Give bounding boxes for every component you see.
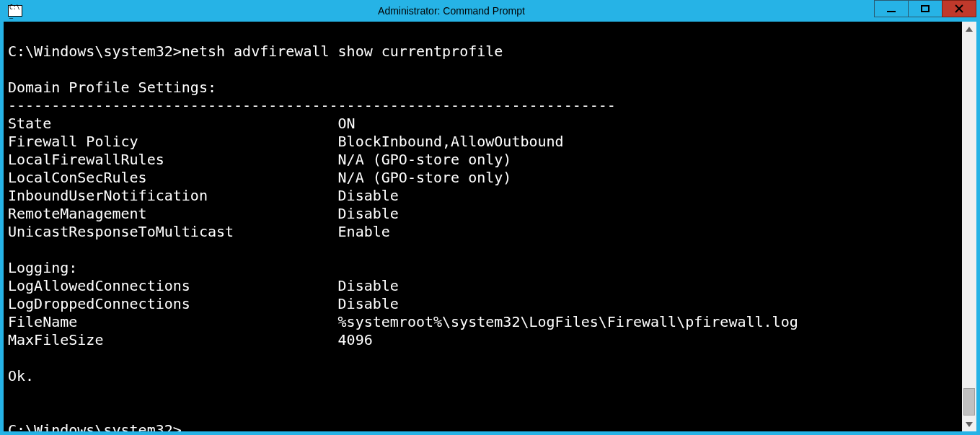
- chevron-up-icon: [966, 27, 973, 32]
- maximize-icon: [921, 5, 930, 12]
- scroll-down-button[interactable]: [962, 417, 976, 431]
- titlebar[interactable]: Administrator: Command Prompt: [4, 0, 976, 22]
- scroll-track[interactable]: [962, 36, 976, 417]
- vertical-scrollbar[interactable]: [962, 22, 976, 431]
- minimize-icon: [887, 11, 896, 12]
- chevron-down-icon: [966, 422, 973, 427]
- close-button[interactable]: [942, 0, 976, 17]
- scroll-up-button[interactable]: [962, 22, 976, 36]
- window-title: Administrator: Command Prompt: [28, 5, 875, 17]
- maximize-button[interactable]: [908, 0, 943, 17]
- close-icon: [954, 4, 964, 14]
- cmd-window: Administrator: Command Prompt C:\Windows…: [0, 0, 980, 435]
- minimize-button[interactable]: [874, 0, 909, 17]
- window-controls: [875, 0, 976, 22]
- cmd-icon[interactable]: [8, 5, 22, 17]
- scroll-thumb[interactable]: [963, 388, 975, 416]
- client-area: C:\Windows\system32>netsh advfirewall sh…: [4, 22, 976, 431]
- terminal-output[interactable]: C:\Windows\system32>netsh advfirewall sh…: [4, 22, 962, 431]
